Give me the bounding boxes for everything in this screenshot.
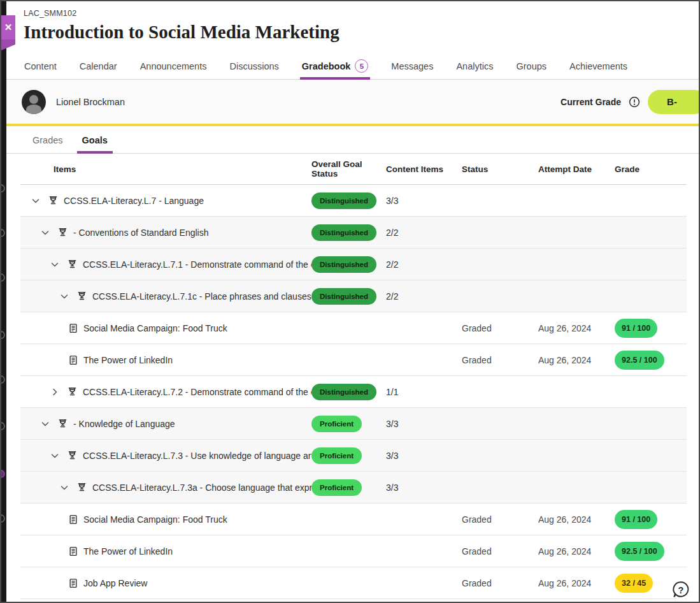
content-item-row[interactable]: Job App ReviewGradedAug 26, 202432 / 45 [20, 567, 687, 599]
item-status: Graded [462, 323, 492, 333]
goal-status-badge: Proficient [311, 479, 362, 496]
goal-row[interactable]: - Conventions of Standard EnglishDisting… [20, 217, 687, 249]
row-label: Job App Review [83, 578, 147, 588]
content-item-row[interactable]: Social Media Campaign: Food TruckGradedA… [20, 504, 687, 535]
collapsed-sidebar[interactable] [1, 1, 6, 602]
goal-status-badge: Proficient [311, 447, 362, 464]
goal-row[interactable]: CCSS.ELA-Literacy.L.7.3 - Use knowledge … [20, 440, 687, 472]
row-label: CCSS.ELA-Literacy.L.7.1 - Demonstrate co… [83, 259, 311, 270]
sidebar-icon-fragment [1, 422, 5, 430]
content-items-count: 3/3 [386, 196, 398, 206]
goal-trophy-icon [66, 258, 78, 270]
app-window: ✕ LAC_SMM102 Introduction to Social Medi… [0, 0, 700, 603]
document-icon [67, 545, 79, 557]
goal-status-badge: Distinguished [311, 288, 376, 305]
goal-trophy-icon [47, 194, 59, 207]
item-status: Graded [462, 514, 492, 525]
row-label: CCSS.ELA-Literacy.L.7.2 - Demonstrate co… [83, 387, 311, 397]
goal-row[interactable]: CCSS.ELA-Literacy.L.7.1c - Place phrases… [20, 280, 687, 312]
sidebar-icon-fragment [1, 273, 5, 282]
grade-pill[interactable]: 92.5 / 100 [615, 351, 664, 370]
goal-trophy-icon [66, 449, 78, 461]
nav-tab-label: Messages [391, 61, 433, 71]
sidebar-icon-fragment [1, 184, 5, 193]
nav-tab-label: Calendar [80, 61, 117, 71]
chevron-down-icon[interactable] [39, 227, 51, 238]
goal-row[interactable]: CCSS.ELA-Literacy.L.7.3a - Choose langua… [20, 472, 687, 504]
info-icon[interactable] [629, 96, 640, 108]
ribbon-fold [1, 40, 15, 50]
goal-status-badge: Distinguished [311, 384, 376, 400]
nav-tab-label: Announcements [140, 61, 207, 71]
close-course-button[interactable]: ✕ [1, 15, 15, 50]
grade-pill[interactable]: 92.5 / 100 [615, 542, 664, 561]
content-items-count: 3/3 [386, 451, 398, 461]
nav-tab-achievements[interactable]: Achievements [569, 53, 628, 79]
sidebar-icon-fragment [1, 514, 5, 523]
goal-row[interactable]: - Knowledge of LanguageProficient3/3 [20, 408, 687, 440]
avatar[interactable] [22, 90, 46, 114]
subtab-grades[interactable]: Grades [31, 135, 64, 153]
chevron-down-icon[interactable] [30, 195, 41, 207]
chevron-down-icon[interactable] [59, 482, 70, 493]
column-header-items: Items [20, 164, 311, 174]
sidebar-icon-fragment [1, 470, 5, 478]
row-label: CCSS.ELA-Literacy.L.7.1c - Place phrases… [92, 291, 311, 302]
course-header: LAC_SMM102 Introduction to Social Media … [6, 1, 699, 43]
nav-tab-discussions[interactable]: Discussions [229, 53, 279, 79]
row-label: The Power of LinkedIn [83, 355, 173, 365]
attempt-date: Aug 26, 2024 [538, 578, 591, 588]
student-name: Lionel Brockman [56, 97, 125, 107]
row-label: Social Media Campaign: Food Truck [83, 514, 227, 525]
column-header-status: Status [462, 164, 538, 174]
content-items-count: 1/1 [386, 387, 398, 397]
goal-row[interactable]: CCSS.ELA-Literacy.L.7.2 - Demonstrate co… [20, 376, 687, 408]
goal-row[interactable]: CCSS.ELA-Literacy.L.7.1 - Demonstrate co… [20, 249, 687, 280]
chevron-down-icon[interactable] [49, 259, 61, 270]
goal-trophy-icon [57, 226, 69, 238]
nav-tab-label: Achievements [569, 61, 627, 71]
gradebook-subtabs: GradesGoals [6, 126, 699, 154]
content-item-row[interactable]: The Power of LinkedInGradedAug 26, 20249… [20, 535, 687, 567]
chevron-down-icon[interactable] [49, 450, 61, 461]
item-status: Graded [462, 355, 492, 365]
nav-tab-announcements[interactable]: Announcements [139, 53, 208, 79]
document-icon [67, 322, 79, 334]
column-header-goal-status: Overall Goal Status [311, 159, 386, 178]
content-items-count: 3/3 [386, 483, 398, 493]
nav-tab-label: Groups [516, 61, 546, 71]
nav-tab-analytics[interactable]: Analytics [455, 53, 494, 79]
grade-pill[interactable]: 32 / 45 [615, 574, 653, 593]
nav-tab-messages[interactable]: Messages [390, 53, 434, 79]
content-items-count: 2/2 [386, 291, 398, 302]
row-label: - Conventions of Standard English [73, 228, 208, 238]
nav-tab-content[interactable]: Content [24, 53, 57, 79]
table-body: CCSS.ELA-Literacy.L.7 - LanguageDistingu… [20, 185, 687, 599]
current-grade-pill[interactable]: B- [648, 90, 700, 114]
nav-tab-gradebook[interactable]: Gradebook5 [301, 53, 369, 79]
close-icon: ✕ [4, 22, 13, 33]
current-grade-label: Current Grade [561, 97, 621, 107]
item-status: Graded [462, 546, 492, 556]
help-button[interactable]: ? [671, 579, 691, 600]
item-status: Graded [462, 578, 492, 588]
subtab-goals[interactable]: Goals [81, 135, 109, 153]
nav-tab-groups[interactable]: Groups [515, 53, 547, 79]
course-code: LAC_SMM102 [24, 9, 699, 18]
goal-status-badge: Distinguished [311, 224, 376, 241]
goal-trophy-icon [76, 290, 88, 302]
content-item-row[interactable]: The Power of LinkedInGradedAug 26, 20249… [20, 344, 687, 376]
row-label: CCSS.ELA-Literacy.L.7.3a - Choose langua… [92, 483, 311, 493]
attempt-date: Aug 26, 2024 [538, 355, 591, 365]
goal-row[interactable]: CCSS.ELA-Literacy.L.7 - LanguageDistingu… [20, 185, 687, 217]
chevron-right-icon[interactable] [49, 386, 61, 398]
goal-trophy-icon [57, 418, 69, 430]
row-label: - Knowledge of Language [73, 419, 175, 429]
nav-tab-calendar[interactable]: Calendar [79, 53, 118, 79]
chevron-down-icon[interactable] [39, 418, 51, 430]
row-label: The Power of LinkedIn [83, 546, 173, 556]
content-item-row[interactable]: Social Media Campaign: Food TruckGradedA… [20, 312, 687, 344]
grade-pill[interactable]: 91 / 100 [615, 319, 657, 338]
chevron-down-icon[interactable] [59, 291, 70, 302]
grade-pill[interactable]: 91 / 100 [615, 510, 657, 529]
